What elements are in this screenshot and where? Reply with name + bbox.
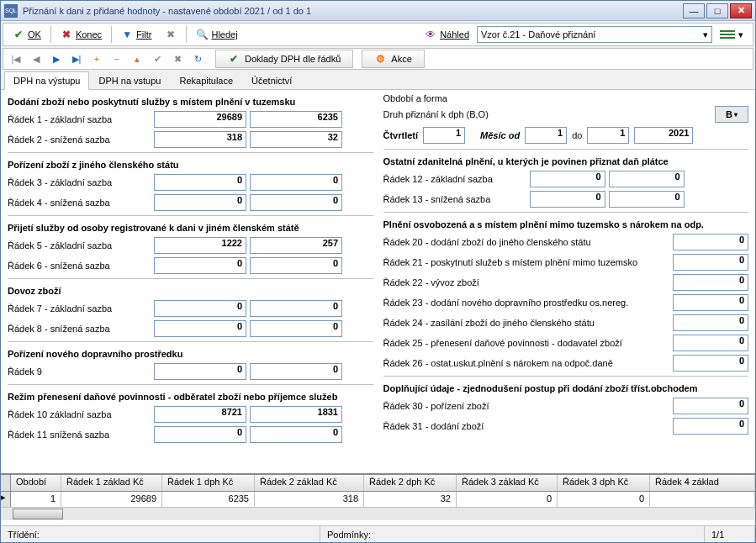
mesic-od-input[interactable]: 1 [525, 127, 567, 144]
hledej-button[interactable]: 🔍Hledej [190, 25, 243, 44]
r3-tax-input[interactable]: 0 [250, 174, 342, 191]
r11-tax-input[interactable]: 0 [250, 426, 342, 443]
akce-button[interactable]: ⚙Akce [362, 50, 424, 68]
close-button[interactable]: ✕ [730, 3, 752, 18]
r7-tax-input[interactable]: 0 [250, 300, 342, 317]
r2-basis-input[interactable]: 318 [154, 131, 246, 148]
r2-tax-input[interactable]: 32 [250, 131, 342, 148]
r20-input[interactable]: 0 [673, 234, 748, 250]
druh-select[interactable]: B▾ [715, 106, 748, 123]
eye-icon: 👁 [425, 29, 436, 40]
row-label: Řádek 20 - dodání zboží do jiného člensk… [383, 237, 670, 247]
r9-tax-input[interactable]: 0 [250, 363, 342, 380]
r26-input[interactable]: 0 [673, 355, 748, 372]
r23-input[interactable]: 0 [673, 294, 748, 311]
minimize-button[interactable]: — [683, 3, 705, 18]
ctvrtleti-input[interactable]: 1 [423, 127, 465, 144]
r13-basis-input[interactable]: 0 [530, 191, 605, 208]
nav-last-button[interactable]: ▶| [67, 50, 86, 67]
scrollbar-thumb[interactable] [13, 509, 63, 519]
r8-basis-input[interactable]: 0 [154, 320, 246, 337]
r21-input[interactable]: 0 [673, 254, 748, 271]
template-select[interactable]: Vzor č.21 - Daňové přiznání▾ [477, 26, 712, 43]
status-trideni: Třídění: [1, 526, 320, 542]
tab-rekapitulace[interactable]: Rekapitulace [170, 71, 242, 89]
section-title: Pořízení zboží z jiného členského státu [8, 160, 373, 170]
rok-input[interactable]: 2021 [634, 127, 693, 144]
statusbar: Třídění: Podmínky: 1/1 [1, 525, 755, 542]
r4-tax-input[interactable]: 0 [250, 194, 342, 211]
r31-input[interactable]: 0 [673, 418, 748, 435]
r13-tax-input[interactable]: 0 [609, 191, 685, 208]
r3-basis-input[interactable]: 0 [154, 174, 246, 191]
section-title: Plnění osvobozená a s místem plnění mimo… [383, 219, 749, 229]
nav-first-button[interactable]: |◀ [7, 50, 25, 67]
grid-col-header[interactable]: Řádek 3 základ Kč [457, 475, 558, 491]
row-marker-icon: ▸ [1, 492, 11, 507]
grid-cell: 1 [11, 492, 61, 507]
titlebar: SQL Přiznání k dani z přidané hodnoty - … [1, 1, 755, 21]
r24-input[interactable]: 0 [673, 314, 748, 331]
nav-cancel-button[interactable]: ✖ [168, 50, 187, 67]
nav-remove-button[interactable]: − [108, 50, 126, 67]
nav-prev-button[interactable]: ◀ [27, 50, 45, 67]
filtr-button[interactable]: ▼Filtr [115, 25, 157, 44]
gear-icon: ⚙ [374, 53, 386, 65]
doklady-button[interactable]: ✔Doklady DPH dle řádků [215, 50, 353, 68]
row-label: Řádek 2 - snížená sazba [8, 134, 151, 145]
r8-tax-input[interactable]: 0 [250, 320, 342, 337]
nav-confirm-button[interactable]: ✔ [148, 50, 167, 67]
r25-input[interactable]: 0 [673, 335, 748, 351]
grid-col-header[interactable]: Řádek 2 dph Kč [364, 475, 457, 491]
r6-basis-input[interactable]: 0 [154, 257, 246, 274]
r5-basis-input[interactable]: 1222 [154, 237, 246, 254]
row-label: Řádek 12 - základní sazba [383, 174, 526, 184]
r4-basis-input[interactable]: 0 [154, 194, 246, 211]
r12-basis-input[interactable]: 0 [530, 171, 605, 187]
r9-basis-input[interactable]: 0 [154, 363, 246, 380]
nav-refresh-button[interactable]: ↻ [188, 50, 207, 67]
search-icon: 🔍 [196, 29, 208, 40]
r1-tax-input[interactable]: 6235 [250, 111, 342, 128]
maximize-button[interactable]: □ [706, 3, 728, 18]
nav-next-button[interactable]: ▶ [47, 50, 66, 67]
r7-basis-input[interactable]: 0 [154, 300, 246, 317]
filtr-clear-button[interactable]: ✖ [159, 25, 182, 44]
list-menu-button[interactable]: ▾ [714, 25, 749, 44]
r10-tax-input[interactable]: 1831 [250, 406, 342, 423]
grid-col-header[interactable]: Řádek 4 základ [650, 475, 755, 491]
row-label: Řádek 23 - dodání nového dopravního pros… [383, 298, 670, 308]
r30-input[interactable]: 0 [673, 398, 748, 414]
grid-col-header[interactable]: Období [11, 475, 61, 491]
mesic-do-input[interactable]: 1 [587, 127, 629, 144]
konec-button[interactable]: ✖Konec [55, 25, 108, 44]
section-title: Ostatní zdanitelná plnění, u kterých je … [383, 156, 749, 166]
funnel-icon: ▼ [121, 29, 133, 40]
tab-vstupu[interactable]: DPH na vstupu [89, 71, 170, 89]
section-title: Přijetí služby od osoby registrované k d… [8, 223, 373, 233]
row-label: Řádek 22 - vývoz zboží [383, 277, 670, 287]
grid-col-header[interactable]: Řádek 3 dph Kč [558, 475, 650, 491]
nav-edit-button[interactable]: ▴ [128, 50, 146, 67]
grid-col-header[interactable]: Řádek 1 základ Kč [61, 475, 162, 491]
r22-input[interactable]: 0 [673, 274, 748, 291]
horizontal-scrollbar[interactable] [1, 507, 755, 520]
nav-add-button[interactable]: + [87, 50, 106, 67]
chevron-down-icon: ▾ [703, 29, 708, 40]
nahled-button[interactable]: 👁Náhled [419, 25, 475, 44]
tab-ucetnictvi[interactable]: Účetnictví [242, 71, 301, 89]
ok-button[interactable]: ✔OK [7, 25, 47, 44]
r1-basis-input[interactable]: 29689 [154, 111, 246, 128]
funnel-x-icon: ✖ [165, 29, 177, 40]
grid-col-header[interactable]: Řádek 2 základ Kč [255, 475, 364, 491]
r10-basis-input[interactable]: 8721 [154, 406, 246, 423]
r5-tax-input[interactable]: 257 [250, 237, 342, 254]
data-grid[interactable]: Období Řádek 1 základ Kč Řádek 1 dph Kč … [1, 473, 755, 525]
r6-tax-input[interactable]: 0 [250, 257, 342, 274]
grid-col-header[interactable]: Řádek 1 dph Kč [162, 475, 255, 491]
grid-row[interactable]: ▸ 1 29689 6235 318 32 0 0 [1, 492, 755, 507]
r12-tax-input[interactable]: 0 [609, 171, 685, 187]
tab-vystupu[interactable]: DPH na výstupu [4, 71, 89, 90]
row-label: Řádek 7 - základní sazba [8, 303, 151, 314]
r11-basis-input[interactable]: 0 [154, 426, 246, 443]
